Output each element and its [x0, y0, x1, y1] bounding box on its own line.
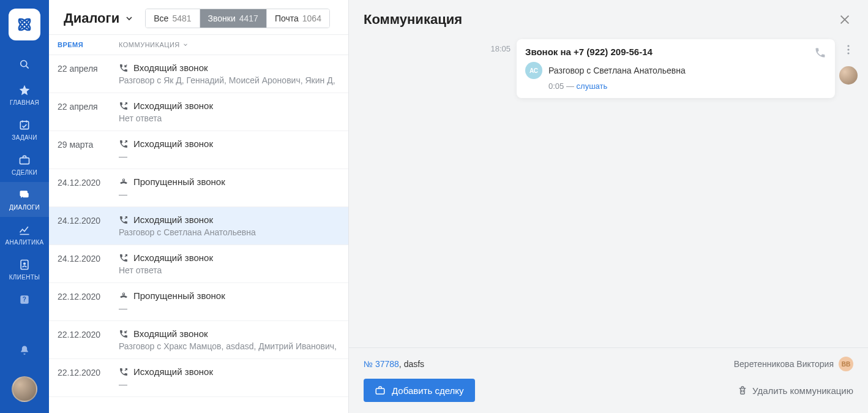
- row-sub: —: [119, 151, 340, 161]
- button-label: Удалить коммуникацию: [752, 385, 853, 396]
- rail-item-deals[interactable]: СДЕЛКИ: [0, 147, 49, 182]
- table-row[interactable]: 24.12.2020Пропущенный звонок—: [49, 169, 348, 207]
- svg-point-13: [847, 45, 849, 47]
- columns-header: ВРЕМЯ КОММУНИКАЦИЯ: [49, 34, 348, 55]
- table-row[interactable]: 29 мартаИсходящий звонок—: [49, 131, 348, 169]
- row-comm: Исходящий звонокНет ответа: [119, 252, 340, 275]
- message-subtitle: Разговор с Светлана Анатольевна: [548, 66, 686, 75]
- rows-container[interactable]: 22 апреляВходящий звонокРазговор с Як Д,…: [49, 55, 348, 413]
- bell-icon: [18, 344, 31, 357]
- message-title: Звонок на +7 (922) 209-56-14: [525, 47, 806, 57]
- row-sub: Нет ответа: [119, 265, 340, 275]
- row-date: 24.12.2020: [58, 252, 119, 275]
- owner-name: Веретенникова Виктория: [734, 359, 834, 369]
- row-type: Входящий звонок: [133, 328, 208, 339]
- rail-search[interactable]: [0, 51, 49, 77]
- chat-icon: [18, 188, 31, 202]
- user-avatar[interactable]: [12, 376, 37, 402]
- rail-label: ЗАДАЧИ: [12, 134, 37, 141]
- message-card[interactable]: Звонок на +7 (922) 209-56-14 АС Разговор…: [517, 39, 835, 98]
- close-icon: [838, 13, 851, 26]
- row-sub: Разговор с Светлана Анатольевна: [119, 227, 340, 237]
- logo-icon: [16, 16, 33, 33]
- close-button[interactable]: [836, 11, 853, 28]
- rail-item-home[interactable]: ГЛАВНАЯ: [0, 77, 49, 112]
- row-type: Исходящий звонок: [133, 100, 213, 111]
- contact-badge[interactable]: АС: [525, 62, 542, 79]
- row-type: Исходящий звонок: [133, 138, 213, 149]
- row-date: 22.12.2020: [58, 290, 119, 313]
- table-row[interactable]: 24.12.2020Исходящий звонокРазговор с Све…: [49, 207, 348, 245]
- listen-link[interactable]: слушать: [577, 81, 608, 91]
- row-comm: Исходящий звонокНет ответа: [119, 100, 340, 123]
- svg-rect-4: [20, 121, 28, 129]
- filter-tab-calls[interactable]: Звонки 4417: [200, 9, 267, 28]
- briefcase-icon: [18, 153, 31, 167]
- row-comm: Исходящий звонокРазговор с Светлана Анат…: [119, 214, 340, 237]
- rail-item-dialogs[interactable]: ДИАЛОГИ: [0, 182, 49, 217]
- table-row[interactable]: 22 апреляВходящий звонокРазговор с Як Д,…: [49, 55, 348, 93]
- filter-tabs: Все 5481 Звонки 4417 Почта 1064: [145, 9, 330, 28]
- owner-block[interactable]: Веретенникова Виктория ВВ: [734, 357, 853, 371]
- filter-count: 5481: [172, 13, 191, 23]
- call-incoming-icon: [119, 63, 129, 73]
- star-icon: [18, 83, 31, 97]
- rail-notifications[interactable]: [18, 344, 31, 357]
- help-icon: ?: [18, 293, 31, 306]
- table-row[interactable]: 22.12.2020Входящий звонокРазговор с Храк…: [49, 321, 348, 359]
- svg-rect-6: [23, 193, 29, 198]
- delete-communication-button[interactable]: Удалить коммуникацию: [738, 385, 853, 396]
- column-label: ВРЕМЯ: [58, 41, 83, 48]
- table-row[interactable]: 22.12.2020Исходящий звонок—: [49, 359, 348, 397]
- column-communication[interactable]: КОММУНИКАЦИЯ: [119, 41, 189, 48]
- row-comm: Входящий звонокРазговор с Хракс Мамцов, …: [119, 328, 340, 351]
- author-avatar[interactable]: [839, 66, 858, 85]
- briefcase-icon: [375, 385, 386, 396]
- page-title-dropdown[interactable]: Диалоги: [64, 10, 134, 26]
- call-outgoing-icon: [119, 101, 129, 111]
- row-sub: —: [119, 189, 340, 199]
- dialogs-list-pane: Диалоги Все 5481 Звонки 4417 Почта 1064 …: [49, 0, 349, 413]
- rail-item-tasks[interactable]: ЗАДАЧИ: [0, 112, 49, 147]
- call-outgoing-icon: [119, 215, 129, 225]
- column-time[interactable]: ВРЕМЯ: [58, 41, 119, 48]
- row-sub: —: [119, 379, 340, 389]
- filter-tab-mail[interactable]: Почта 1064: [267, 9, 329, 28]
- rail-label: АНАЛИТИКА: [5, 239, 43, 246]
- trash-icon: [738, 385, 747, 395]
- phone-icon: [814, 47, 826, 59]
- row-type: Пропущенный звонок: [133, 176, 225, 187]
- svg-line-3: [26, 66, 29, 69]
- message-menu[interactable]: [843, 44, 854, 55]
- nav-rail: ГЛАВНАЯ ЗАДАЧИ СДЕЛКИ ДИАЛОГИ АНАЛИТИКА …: [0, 0, 49, 413]
- svg-point-15: [847, 52, 849, 54]
- add-deal-button[interactable]: Добавить сделку: [364, 379, 475, 402]
- table-row[interactable]: 24.12.2020Исходящий звонокНет ответа: [49, 245, 348, 283]
- rail-help[interactable]: ?: [0, 287, 49, 313]
- row-type: Исходящий звонок: [133, 366, 213, 377]
- filter-tab-all[interactable]: Все 5481: [146, 9, 200, 28]
- column-label: КОММУНИКАЦИЯ: [119, 41, 180, 48]
- filter-label: Звонки: [208, 13, 236, 23]
- row-date: 24.12.2020: [58, 176, 119, 199]
- row-date: 22 апреля: [58, 100, 119, 123]
- table-row[interactable]: 22.12.2020Пропущенный звонок—: [49, 283, 348, 321]
- deal-link[interactable]: № 37788: [364, 359, 399, 369]
- row-date: 24.12.2020: [58, 214, 119, 237]
- filter-count: 1064: [302, 13, 321, 23]
- detail-header: Коммуникация: [349, 0, 868, 34]
- app-logo[interactable]: [9, 9, 40, 40]
- chevron-down-icon: [124, 13, 134, 23]
- table-row[interactable]: 22 апреляИсходящий звонокНет ответа: [49, 93, 348, 131]
- rail-item-analytics[interactable]: АНАЛИТИКА: [0, 217, 49, 252]
- rail-item-clients[interactable]: КЛИЕНТЫ: [0, 252, 49, 287]
- owner-badge: ВВ: [839, 357, 853, 371]
- footer-actions: Добавить сделку Удалить коммуникацию: [364, 379, 853, 402]
- row-type: Пропущенный звонок: [133, 290, 225, 301]
- message-meta: 0:05 — слушать: [548, 81, 806, 91]
- row-type: Исходящий звонок: [133, 252, 213, 263]
- search-icon: [18, 58, 31, 71]
- svg-point-8: [23, 262, 26, 265]
- call-incoming-icon: [119, 329, 129, 339]
- contacts-icon: [18, 258, 31, 271]
